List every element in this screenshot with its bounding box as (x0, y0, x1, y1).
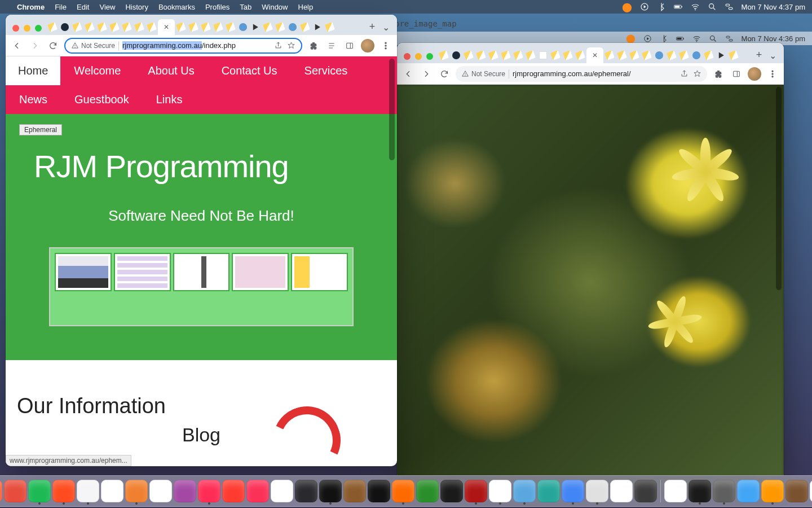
browser-tab[interactable] (59, 19, 71, 35)
mamp-icon[interactable]: ⬤ (622, 2, 632, 12)
zoom-window-button[interactable] (35, 25, 42, 32)
share-icon[interactable] (274, 41, 283, 50)
menu-bookmarks[interactable]: Bookmarks (158, 3, 195, 11)
nav-links[interactable]: Links (143, 85, 196, 114)
browser-tab[interactable]: ✕ (158, 19, 175, 35)
browser-tab[interactable] (574, 47, 586, 63)
nav-contact[interactable]: Contact Us (208, 56, 291, 85)
browser-tab[interactable] (665, 47, 678, 63)
forward-button[interactable] (420, 67, 433, 81)
scrollbar[interactable] (775, 85, 783, 480)
dock-app-icon[interactable] (52, 480, 75, 502)
extensions-icon[interactable] (307, 39, 320, 52)
dock-app-icon[interactable] (149, 480, 172, 502)
dock-app-icon[interactable] (634, 480, 657, 502)
profile-avatar[interactable] (748, 67, 761, 81)
screen-mirror-icon[interactable] (643, 34, 652, 43)
control-center-icon[interactable] (725, 2, 734, 11)
browser-tab[interactable] (286, 19, 299, 35)
browser-tab[interactable] (653, 47, 665, 63)
menu-edit[interactable]: Edit (77, 3, 89, 11)
browser-tab[interactable] (703, 47, 715, 63)
browser-tab[interactable] (249, 19, 262, 35)
dock-app-icon[interactable] (295, 480, 317, 502)
dock-app-icon[interactable] (610, 480, 633, 502)
bluetooth-icon[interactable] (657, 2, 666, 11)
nav-services[interactable]: Services (291, 56, 361, 85)
spotlight-icon[interactable] (708, 2, 717, 11)
thumbnail[interactable] (232, 253, 289, 291)
bookmark-star-icon[interactable] (287, 41, 295, 50)
thumbnail[interactable] (291, 253, 348, 291)
close-window-button[interactable] (12, 25, 19, 32)
control-center-icon[interactable] (725, 34, 734, 43)
browser-tab[interactable] (224, 19, 237, 35)
back-button[interactable] (10, 39, 24, 52)
browser-tab[interactable] (324, 19, 336, 35)
browser-tab[interactable] (121, 19, 133, 35)
reload-button[interactable] (46, 39, 60, 52)
menu-window[interactable]: Window (262, 3, 288, 11)
hero-title[interactable]: RJM Programming (17, 137, 386, 185)
address-bar[interactable]: Not Secure rjmprogramming.com.au/ephemer… (456, 66, 707, 82)
browser-tab[interactable] (83, 19, 96, 35)
dock-app-icon[interactable] (416, 480, 439, 502)
browser-tab[interactable] (237, 19, 249, 35)
browser-tab[interactable] (438, 47, 450, 63)
dock-app-icon[interactable] (77, 480, 99, 502)
dock-app-icon[interactable] (28, 480, 51, 502)
browser-tab[interactable] (274, 19, 286, 35)
dock-app-icon[interactable] (489, 480, 511, 502)
browser-tab[interactable] (46, 19, 59, 35)
thumbnail[interactable] (114, 253, 171, 291)
menubar-app-name[interactable]: Chrome (17, 3, 45, 11)
dock-app-icon[interactable] (562, 480, 584, 502)
menu-view[interactable]: View (99, 3, 115, 11)
new-tab-button[interactable]: + (752, 49, 766, 63)
forward-button[interactable] (28, 39, 42, 52)
browser-tab[interactable] (311, 19, 324, 35)
new-tab-button[interactable]: + (365, 21, 379, 35)
dock-app-icon[interactable] (513, 480, 536, 502)
browser-tab[interactable] (616, 47, 628, 63)
scrollbar[interactable] (388, 56, 396, 466)
reload-button[interactable] (438, 67, 451, 81)
dock-app-icon[interactable] (586, 480, 608, 502)
browser-tab[interactable] (462, 47, 475, 63)
nav-guestbook[interactable]: Guestbook (61, 85, 143, 114)
browser-tab[interactable] (512, 47, 524, 63)
thumbnail[interactable] (173, 253, 230, 291)
menubar-clock-secondary[interactable]: Mon 7 Nov 4:36 pm (742, 34, 805, 43)
nav-news[interactable]: News (6, 85, 61, 114)
dock-app-icon[interactable] (761, 480, 784, 502)
dock-app-icon[interactable] (465, 480, 487, 502)
dock-app-icon[interactable] (174, 480, 196, 502)
share-icon[interactable] (680, 69, 689, 78)
nav-home[interactable]: Home (6, 56, 60, 85)
nav-welcome[interactable]: Welcome (60, 56, 134, 85)
not-secure-badge[interactable]: Not Secure (71, 42, 115, 50)
browser-tab[interactable] (187, 19, 200, 35)
chrome-menu-icon[interactable] (766, 67, 779, 81)
browser-tab[interactable] (475, 47, 487, 63)
profile-avatar[interactable] (361, 39, 374, 52)
browser-tab[interactable] (450, 47, 462, 63)
dock-app-icon[interactable] (785, 480, 808, 502)
battery-icon[interactable] (676, 34, 685, 43)
close-tab-icon[interactable]: ✕ (592, 51, 598, 59)
dock-app-icon[interactable] (246, 480, 269, 502)
browser-tab[interactable] (537, 47, 549, 63)
browser-tab[interactable] (628, 47, 641, 63)
close-window-button[interactable] (404, 53, 411, 60)
side-panel-icon[interactable] (343, 39, 356, 52)
menu-file[interactable]: File (55, 3, 67, 11)
dock-app-icon[interactable] (271, 480, 293, 502)
dock-app-icon[interactable] (101, 480, 123, 502)
dock-app-icon[interactable] (713, 480, 735, 502)
wifi-icon[interactable] (692, 34, 701, 43)
browser-tab[interactable] (487, 47, 500, 63)
menu-help[interactable]: Help (298, 3, 314, 11)
dock-app-icon[interactable] (0, 480, 2, 502)
dock-app-icon[interactable] (810, 480, 812, 502)
mamp-icon[interactable]: ⬤ (626, 33, 636, 43)
